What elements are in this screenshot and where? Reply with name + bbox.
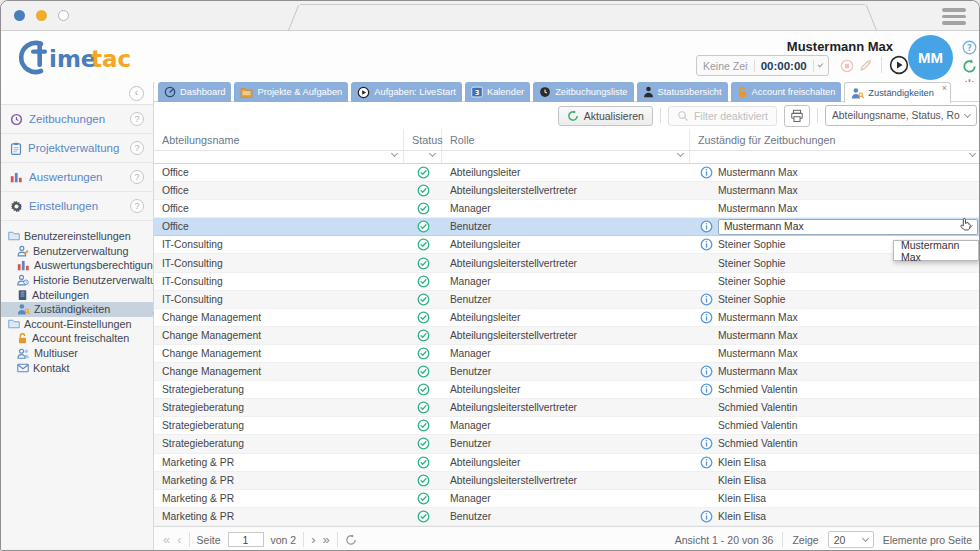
tree-item-kontakt[interactable]: Kontakt [1,360,153,375]
hamburger-menu-icon[interactable] [942,8,966,25]
column-search-combobox[interactable]: Abteilungsname, Status, Ro [825,105,977,126]
table-row[interactable]: OfficeManagerMustermann Max [154,200,980,218]
page-number-input[interactable] [228,532,264,547]
tree-item-auswertungsberechtigungen[interactable]: Auswertungsberechtigungen [1,258,153,273]
column-header-zustaendig[interactable]: Zuständig für Zeitbuchungen [690,129,980,150]
tab-dashboard[interactable]: Dashboard [158,82,231,102]
status-ok-icon [417,329,430,342]
table-row[interactable]: IT-ConsultingAbteilungsleiterSteiner Sop… [154,236,980,254]
info-icon [700,510,713,523]
filter-rolle[interactable] [442,151,690,163]
column-header-rolle[interactable]: Rolle [442,129,690,150]
last-page-icon[interactable]: » [323,533,330,546]
department-icon [17,289,28,301]
table-row[interactable]: StrategieberatungAbteilungsleiterSchmied… [154,381,980,399]
table-row[interactable]: OfficeAbteilungsleiterstellvertreterMust… [154,182,980,200]
cell-status [404,202,442,215]
tab-aufgaben-livestart[interactable]: Aufgaben: LiveStart [351,82,462,102]
tree-item-account-freischalten[interactable]: Account freischalten [1,331,153,346]
edit-booking-icon [859,58,873,72]
table-row[interactable]: OfficeAbteilungsleiterMustermann Max [154,164,980,182]
help-badge-icon[interactable]: ? [130,141,144,155]
tree-item-zuständigkeiten[interactable]: Zuständigkeiten [1,302,153,317]
cell-abteilungsname: Office [154,221,404,232]
help-badge-icon[interactable]: ? [130,199,144,213]
sidebar-item-projektverwaltung[interactable]: Projektverwaltung? [1,134,153,163]
tab-statusübersicht[interactable]: Statusübersicht [637,82,728,102]
tree-item-historie-benutzerverwaltung[interactable]: Historie Benutzerverwaltung [1,273,153,288]
table-row[interactable]: Change ManagementManagerMustermann Max [154,345,980,363]
responsible-dropdown-option[interactable]: Mustermann Max [893,240,979,261]
column-header-status[interactable]: Status [404,129,442,150]
sidebar-item-label: Zeitbuchungen [29,113,105,125]
tree-item-label: Kontakt [33,362,70,374]
tab-account-freischalten[interactable]: Account freischalten [731,82,842,102]
sidebar-tree: BenutzereinstellungenBenutzerverwaltungA… [1,221,153,375]
tree-item-account-einstellungen[interactable]: Account-Einstellungen [1,317,153,332]
table-filter-row [154,151,980,164]
filter-abteilungsname[interactable] [154,151,404,163]
table-row[interactable]: StrategieberatungManagerSchmied Valentin [154,417,980,435]
tree-item-abteilungen[interactable]: Abteilungen [1,287,153,302]
help-badge-icon[interactable]: ? [130,112,144,126]
table-row[interactable]: IT-ConsultingManagerSteiner Sophie [154,273,980,291]
first-page-icon[interactable]: « [163,533,170,546]
table-row[interactable]: Marketing & PRAbteilungsleiterKlein Elis… [154,454,980,472]
tree-item-multiuser[interactable]: Multiuser [1,346,153,361]
table-row[interactable]: Marketing & PRManagerKlein Elisa [154,490,980,508]
tab-projekte-aufgaben[interactable]: Projekte & Aufgaben [234,82,348,102]
tab-zeitbuchungsliste[interactable]: Zeitbuchungsliste [533,82,633,102]
tree-item-benutzerverwaltung[interactable]: Benutzerverwaltung [1,244,153,259]
tab-close-icon[interactable]: × [942,83,947,93]
avatar[interactable]: MM [908,35,953,80]
column-header-abteilungsname[interactable]: Abteilungsname [154,129,404,150]
divider [337,532,338,547]
cell-zustaendig: Schmied Valentin [690,437,980,450]
tab-label: Dashboard [180,87,225,97]
cell-zustaendig: Klein Elisa [690,510,980,523]
tab-kalender[interactable]: 3Kalender [465,82,530,102]
filter-zustaendig[interactable] [690,151,980,163]
tab-zuständigkeiten[interactable]: Zuständigkeiten× [844,82,951,103]
tree-item-label: Abteilungen [32,289,89,301]
table-row[interactable]: Marketing & PRAbteilungsleiterstellvertr… [154,472,980,490]
window-control-icon[interactable] [58,10,69,21]
table-row[interactable]: Change ManagementAbteilungsleiterMusterm… [154,309,980,327]
page-size-select[interactable]: 20 [828,531,874,548]
table-row[interactable]: Change ManagementAbteilungsleiterstellve… [154,327,980,345]
sidebar-collapse-button[interactable]: ‹ [129,86,144,101]
help-badge-icon[interactable]: ? [130,170,144,184]
per-page-label: Elemente pro Seite [883,534,972,546]
sidebar-item-einstellungen[interactable]: Einstellungen? [1,192,153,221]
reload-icon[interactable] [962,59,977,74]
window-control-icon[interactable] [36,10,47,21]
help-icon[interactable]: ? [962,40,977,55]
table-row[interactable]: StrategieberatungBenutzerSchmied Valenti… [154,435,980,453]
table-row[interactable]: Change ManagementBenutzerMustermann Max [154,363,980,381]
tree-item-benutzereinstellungen[interactable]: Benutzereinstellungen [1,229,153,244]
play-button[interactable] [889,55,909,75]
info-icon [700,220,713,233]
print-button[interactable] [784,105,810,127]
table-row[interactable]: Marketing & PRBenutzerKlein Elisa [154,508,980,526]
chevron-down-icon [677,150,684,157]
sidebar-item-zeitbuchungen[interactable]: Zeitbuchungen? [1,105,153,134]
prev-page-icon[interactable]: ‹ [177,533,181,546]
info-icon [700,311,713,324]
table-row[interactable]: StrategieberatungAbteilungsleiterstellve… [154,399,980,417]
clipboard-icon [10,142,22,155]
mail-icon [17,363,29,373]
sidebar-item-auswertungen[interactable]: Auswertungen? [1,163,153,192]
filter-status[interactable] [404,151,442,163]
status-ok-icon [417,238,430,251]
chevron-down-icon[interactable] [818,61,824,67]
responsible-combobox[interactable]: Mustermann Max [718,219,978,235]
next-page-icon[interactable]: › [311,533,315,546]
window-control-icon[interactable] [14,10,25,21]
table-row[interactable]: IT-ConsultingAbteilungsleiterstellvertre… [154,254,980,272]
refresh-button[interactable]: Aktualisieren [558,106,653,126]
refresh-table-icon[interactable] [345,534,357,546]
table-row[interactable]: OfficeBenutzerMustermann Max [154,218,980,236]
table-row[interactable]: IT-ConsultingBenutzerSteiner Sophie [154,291,980,309]
time-tracking-widget[interactable]: Keine Zeitbuchung ... 00:00:00 [696,55,829,76]
